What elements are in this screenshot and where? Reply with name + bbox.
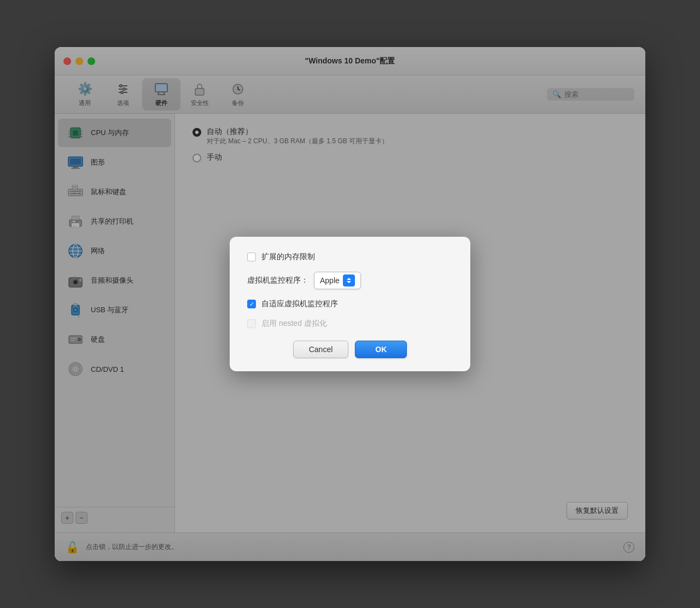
extended-memory-row: 扩展的内存限制: [247, 252, 453, 262]
nested-row: 启用 nested 虚拟化: [247, 319, 453, 329]
modal-overlay: 扩展的内存限制 虚拟机监控程序： Apple 自适: [55, 47, 645, 561]
hypervisor-row: 虚拟机监控程序： Apple: [247, 272, 453, 289]
adaptive-label: 自适应虚拟机监控程序: [261, 299, 338, 309]
nested-checkbox[interactable]: [247, 319, 256, 328]
adaptive-row: 自适应虚拟机监控程序: [247, 299, 453, 309]
chevron-updown-icon: [343, 274, 355, 287]
adaptive-checkbox[interactable]: [247, 300, 256, 308]
ok-button[interactable]: OK: [355, 341, 407, 358]
cancel-button[interactable]: Cancel: [293, 341, 349, 358]
modal-dialog: 扩展的内存限制 虚拟机监控程序： Apple 自适: [230, 237, 470, 371]
hypervisor-label: 虚拟机监控程序：: [247, 276, 308, 285]
modal-buttons: Cancel OK: [247, 341, 453, 358]
hypervisor-value: Apple: [320, 276, 340, 285]
extended-memory-label: 扩展的内存限制: [261, 252, 315, 262]
hypervisor-select[interactable]: Apple: [314, 272, 361, 289]
nested-label: 启用 nested 虚拟化: [261, 319, 327, 329]
main-window: "Windows 10 Demo"配置 ⚙️ 通用 选项: [55, 47, 645, 561]
extended-memory-checkbox[interactable]: [247, 253, 256, 261]
